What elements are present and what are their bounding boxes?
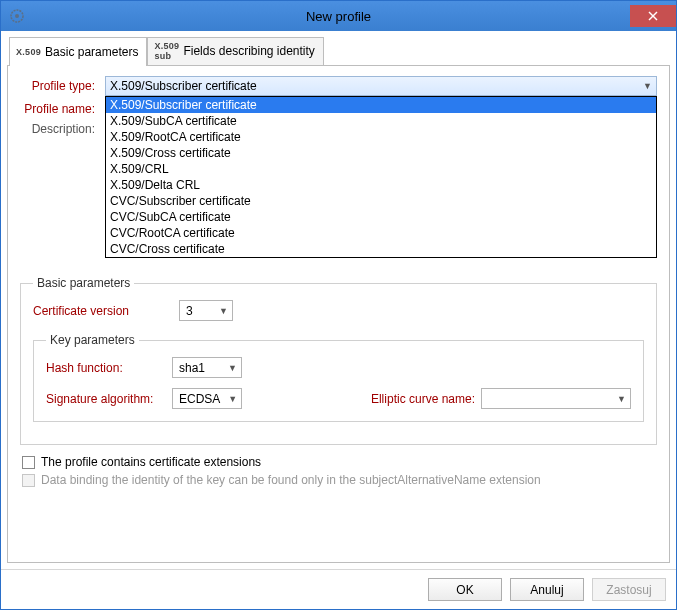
ok-button[interactable]: OK <box>428 578 502 601</box>
apply-button: Zastosuj <box>592 578 666 601</box>
chevron-down-icon: ▼ <box>211 306 228 316</box>
cert-icon: X.509 <box>16 47 41 57</box>
profile-type-option[interactable]: CVC/SubCA certificate <box>106 209 656 225</box>
profile-type-option[interactable]: X.509/Delta CRL <box>106 177 656 193</box>
chevron-down-icon: ▼ <box>637 81 652 91</box>
profile-type-combo[interactable]: X.509/Subscriber certificate ▼ <box>105 76 657 96</box>
signature-algorithm-label: Signature algorithm: <box>46 392 166 406</box>
svg-point-1 <box>15 14 19 18</box>
binding-checkbox-label: Data binding the identity of the key can… <box>41 473 541 487</box>
signature-algorithm-value: ECDSA <box>179 392 220 406</box>
profile-type-dropdown[interactable]: X.509/Subscriber certificateX.509/SubCA … <box>105 96 657 258</box>
cert-version-select[interactable]: 3 ▼ <box>179 300 233 321</box>
hash-function-value: sha1 <box>179 361 205 375</box>
button-bar: OK Anuluj Zastosuj <box>1 569 676 609</box>
key-parameters-group: Key parameters Hash function: sha1 ▼ Sig… <box>33 333 644 422</box>
extensions-checkbox[interactable] <box>22 456 35 469</box>
close-icon <box>648 11 658 21</box>
tab-basic-parameters[interactable]: X.509 Basic parameters <box>9 37 147 66</box>
titlebar: New profile <box>1 1 676 31</box>
profile-type-value: X.509/Subscriber certificate <box>110 79 257 93</box>
profile-type-option[interactable]: X.509/CRL <box>106 161 656 177</box>
signature-algorithm-select[interactable]: ECDSA ▼ <box>172 388 242 409</box>
basic-parameters-group: Basic parameters Certificate version 3 ▼… <box>20 276 657 445</box>
cert-version-value: 3 <box>186 304 193 318</box>
curve-name-label: Elliptic curve name: <box>371 392 475 406</box>
tab-label: Fields describing identity <box>183 44 314 58</box>
profile-type-option[interactable]: X.509/RootCA certificate <box>106 129 656 145</box>
hash-function-label: Hash function: <box>46 361 166 375</box>
tab-label: Basic parameters <box>45 45 138 59</box>
chevron-down-icon: ▼ <box>220 363 237 373</box>
profile-type-option[interactable]: X.509/SubCA certificate <box>106 113 656 129</box>
description-label: Description: <box>20 122 105 136</box>
tab-strip: X.509 Basic parameters X.509sub Fields d… <box>7 37 670 66</box>
cancel-button[interactable]: Anuluj <box>510 578 584 601</box>
cert-sub-icon: X.509sub <box>154 41 179 61</box>
window: New profile X.509 Basic parameters X.509… <box>0 0 677 610</box>
binding-checkbox <box>22 474 35 487</box>
binding-check-row: Data binding the identity of the key can… <box>22 473 657 487</box>
extensions-checkbox-label: The profile contains certificate extensi… <box>41 455 261 469</box>
curve-name-select[interactable]: ▼ <box>481 388 631 409</box>
window-title: New profile <box>1 9 676 24</box>
profile-type-option[interactable]: CVC/Cross certificate <box>106 241 656 257</box>
close-button[interactable] <box>630 5 676 27</box>
key-parameters-legend: Key parameters <box>46 333 139 347</box>
chevron-down-icon: ▼ <box>220 394 237 404</box>
basic-parameters-legend: Basic parameters <box>33 276 134 290</box>
cert-version-label: Certificate version <box>33 304 173 318</box>
profile-type-option[interactable]: X.509/Subscriber certificate <box>106 97 656 113</box>
profile-type-option[interactable]: CVC/Subscriber certificate <box>106 193 656 209</box>
client-area: X.509 Basic parameters X.509sub Fields d… <box>1 31 676 569</box>
profile-name-label: Profile name: <box>20 102 105 116</box>
chevron-down-icon: ▼ <box>609 394 626 404</box>
profile-type-option[interactable]: X.509/Cross certificate <box>106 145 656 161</box>
app-icon <box>9 8 25 24</box>
profile-type-label: Profile type: <box>20 79 105 93</box>
extensions-check-row[interactable]: The profile contains certificate extensi… <box>22 455 657 469</box>
hash-function-select[interactable]: sha1 ▼ <box>172 357 242 378</box>
tab-panel-basic: Profile type: X.509/Subscriber certifica… <box>7 65 670 563</box>
tab-fields-identity[interactable]: X.509sub Fields describing identity <box>147 37 323 66</box>
profile-type-option[interactable]: CVC/RootCA certificate <box>106 225 656 241</box>
